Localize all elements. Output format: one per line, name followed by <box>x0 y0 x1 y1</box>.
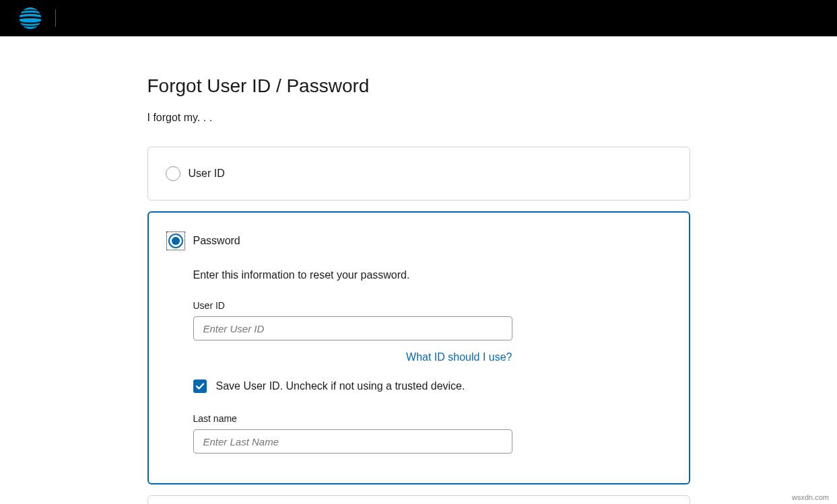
top-header <box>0 0 837 36</box>
radio-user-id-label: User ID <box>189 168 225 180</box>
radio-password-dot <box>172 237 180 245</box>
user-id-input[interactable] <box>193 316 512 340</box>
save-user-id-checkbox[interactable] <box>193 380 207 393</box>
option-user-id[interactable]: User ID <box>147 147 690 201</box>
radio-password-focus-ring <box>166 231 185 250</box>
source-watermark: wsxdn.com <box>792 493 829 501</box>
last-name-label: Last name <box>193 413 671 424</box>
brand-logo[interactable] <box>19 7 42 30</box>
page-subtitle: I forgot my. . . <box>147 112 690 124</box>
option-both[interactable]: User ID and password <box>147 495 690 504</box>
radio-user-id[interactable] <box>166 166 180 181</box>
user-id-label: User ID <box>193 300 671 311</box>
password-instruction: Enter this information to reset your pas… <box>193 269 671 281</box>
globe-icon <box>19 7 42 30</box>
save-user-id-label: Save User ID. Uncheck if not using a tru… <box>216 380 465 392</box>
option-password[interactable]: Password Enter this information to reset… <box>147 211 690 484</box>
header-divider <box>55 9 56 27</box>
page-title: Forgot User ID / Password <box>147 75 690 97</box>
checkmark-icon <box>195 382 205 391</box>
last-name-input[interactable] <box>193 429 512 454</box>
radio-password-label: Password <box>193 235 240 247</box>
radio-password[interactable] <box>168 233 183 248</box>
what-id-link[interactable]: What ID should I use? <box>406 351 512 363</box>
